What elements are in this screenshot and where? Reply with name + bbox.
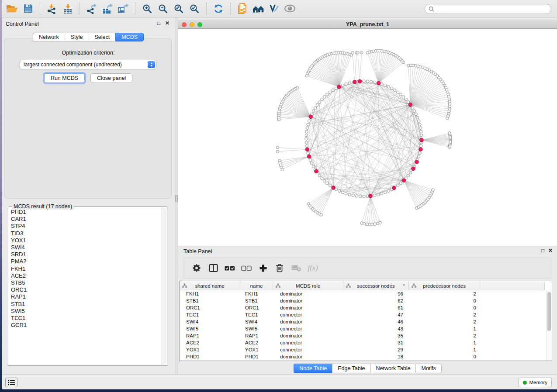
graph-hub-node[interactable] bbox=[420, 138, 424, 142]
graph-node[interactable] bbox=[306, 127, 308, 129]
import-network-icon[interactable] bbox=[45, 2, 59, 16]
graph-node[interactable] bbox=[305, 74, 308, 77]
table-scrollbar-thumb[interactable] bbox=[547, 292, 551, 331]
graph-node[interactable] bbox=[305, 141, 308, 144]
graph-node[interactable] bbox=[277, 118, 280, 120]
table-row[interactable]: STB1STB1dominator620 bbox=[180, 297, 546, 304]
mcds-result-item[interactable]: SWI5 bbox=[9, 308, 161, 315]
export-table-icon[interactable] bbox=[100, 2, 114, 16]
column-header-filler[interactable] bbox=[480, 281, 545, 290]
graph-node[interactable] bbox=[348, 82, 351, 84]
graph-node[interactable] bbox=[402, 96, 405, 98]
mcds-result-list[interactable]: PHD1CAR1STP4TID3YOX1SWI4SRD1PMA2FKH1ACE2… bbox=[9, 209, 161, 365]
graph-hub-node[interactable] bbox=[309, 115, 313, 119]
tab-network[interactable]: Network bbox=[33, 33, 65, 41]
graph-node[interactable] bbox=[318, 174, 321, 177]
mcds-list-scrollbar[interactable] bbox=[161, 207, 166, 365]
graph-node[interactable] bbox=[321, 98, 323, 100]
table-row[interactable]: YOX1YOX1connector291 bbox=[180, 346, 546, 353]
graph-hub-node[interactable] bbox=[402, 179, 406, 182]
graph-node[interactable] bbox=[312, 110, 315, 112]
mcds-result-item[interactable]: STB5 bbox=[9, 279, 161, 286]
graph-node[interactable] bbox=[332, 89, 334, 91]
graph-hub-node[interactable] bbox=[332, 186, 336, 190]
deselect-all-icon[interactable] bbox=[240, 261, 253, 275]
column-header-shared-name[interactable]: shared name bbox=[180, 281, 240, 290]
first-neighbors-icon[interactable] bbox=[251, 2, 265, 16]
graph-node[interactable] bbox=[320, 213, 322, 216]
graph-node[interactable] bbox=[417, 120, 420, 122]
graph-hub-node[interactable] bbox=[412, 167, 415, 171]
table-row[interactable]: FKH1FKH1dominator962 bbox=[180, 290, 546, 297]
graph-hub-node[interactable] bbox=[358, 79, 362, 83]
graph-node[interactable] bbox=[366, 223, 368, 225]
graph-node[interactable] bbox=[305, 130, 308, 133]
graph-node[interactable] bbox=[374, 223, 376, 225]
graph-node[interactable] bbox=[318, 101, 321, 103]
graph-node[interactable] bbox=[377, 193, 380, 196]
graph-node[interactable] bbox=[345, 192, 347, 195]
graph-node[interactable] bbox=[351, 52, 354, 54]
graph-node[interactable] bbox=[381, 83, 383, 85]
open-file-icon[interactable] bbox=[5, 2, 19, 16]
graph-node[interactable] bbox=[276, 146, 279, 149]
split-columns-icon[interactable] bbox=[207, 261, 220, 275]
graph-node[interactable] bbox=[338, 189, 341, 192]
graph-node[interactable] bbox=[316, 103, 318, 106]
graph-node[interactable] bbox=[310, 162, 313, 165]
graph-node[interactable] bbox=[312, 165, 315, 168]
bird-eye-icon[interactable] bbox=[283, 2, 297, 16]
graph-node[interactable] bbox=[323, 179, 325, 182]
graph-node[interactable] bbox=[363, 222, 366, 225]
graph-node[interactable] bbox=[407, 64, 409, 67]
graph-node[interactable] bbox=[399, 182, 402, 185]
graph-node[interactable] bbox=[407, 174, 410, 177]
column-header-name[interactable]: name bbox=[240, 281, 273, 290]
table-row[interactable]: TEC1TEC1connector472 bbox=[180, 311, 546, 318]
graph-node[interactable] bbox=[396, 184, 399, 187]
column-header-successor-nodes[interactable]: successor nodes˅ bbox=[343, 281, 409, 290]
mcds-result-item[interactable]: CAR1 bbox=[9, 216, 161, 223]
graph-node[interactable] bbox=[341, 191, 344, 194]
zoom-out-icon[interactable] bbox=[156, 2, 170, 16]
graph-node[interactable] bbox=[363, 80, 365, 83]
graph-node[interactable] bbox=[413, 110, 415, 112]
graph-node[interactable] bbox=[420, 144, 422, 147]
graph-node[interactable] bbox=[390, 87, 393, 89]
float-table-panel-icon[interactable]: □ bbox=[541, 248, 544, 254]
zoom-fit-icon[interactable] bbox=[172, 2, 186, 16]
graph-node[interactable] bbox=[374, 81, 376, 83]
network-titlebar[interactable]: YPA_prune.txt_1 bbox=[178, 20, 557, 29]
column-header-MCDS-role[interactable]: MCDS role bbox=[273, 281, 343, 290]
export-network-icon[interactable] bbox=[85, 2, 99, 16]
graph-node[interactable] bbox=[387, 189, 390, 192]
mcds-result-item[interactable]: STB1 bbox=[9, 301, 161, 308]
mcds-result-item[interactable]: PHD1 bbox=[9, 209, 161, 216]
splitter-handle[interactable] bbox=[175, 195, 178, 202]
add-column-icon[interactable] bbox=[256, 261, 270, 275]
graph-node[interactable] bbox=[419, 127, 422, 129]
graph-node[interactable] bbox=[326, 93, 329, 96]
tab-network-table[interactable]: Network Table bbox=[370, 364, 416, 373]
graph-node[interactable] bbox=[323, 96, 325, 98]
graph-node[interactable] bbox=[420, 130, 422, 133]
graph-node[interactable] bbox=[363, 195, 365, 198]
graph-node[interactable] bbox=[345, 83, 347, 85]
tab-motifs[interactable]: Motifs bbox=[415, 364, 441, 373]
graph-node[interactable] bbox=[432, 189, 434, 191]
graph-node[interactable] bbox=[396, 91, 399, 93]
share-document-icon[interactable] bbox=[235, 2, 249, 16]
graph-node[interactable] bbox=[352, 194, 354, 196]
graph-node[interactable] bbox=[399, 93, 402, 96]
graph-hub-node[interactable] bbox=[408, 103, 412, 107]
refresh-layout-icon[interactable] bbox=[211, 2, 225, 16]
mcds-result-item[interactable]: GCR1 bbox=[9, 322, 161, 329]
table-row[interactable]: SWI4SWI4dominator462 bbox=[180, 318, 546, 325]
graph-node[interactable] bbox=[405, 98, 407, 100]
run-mcds-button[interactable]: Run MCDS bbox=[44, 73, 85, 83]
export-image-icon[interactable] bbox=[116, 2, 130, 16]
graph-node[interactable] bbox=[356, 51, 359, 54]
graph-node[interactable] bbox=[366, 80, 369, 83]
import-table-icon[interactable] bbox=[61, 2, 75, 16]
tab-mcds[interactable]: MCDS bbox=[115, 33, 144, 41]
